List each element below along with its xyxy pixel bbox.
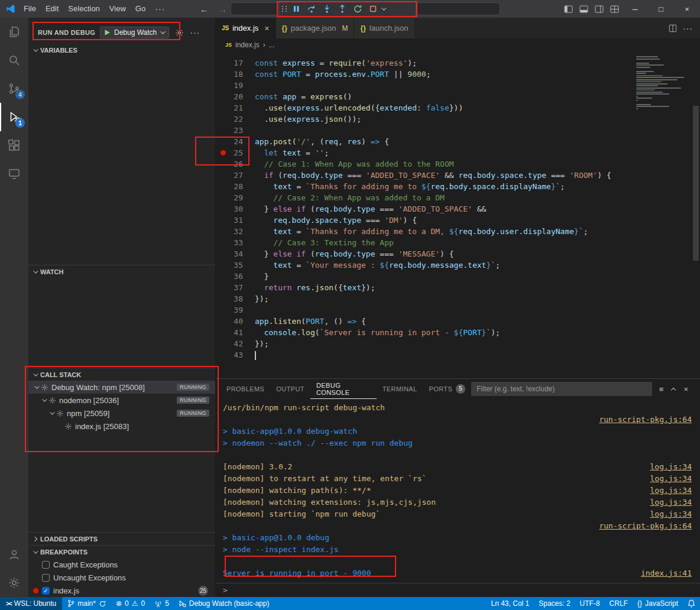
pause-button[interactable] <box>289 2 303 15</box>
gutter[interactable]: 28 <box>216 182 255 191</box>
language-status[interactable]: {} JavaScript <box>633 597 683 610</box>
breakpoint-row[interactable]: ✓index.js25 <box>28 584 215 597</box>
maximize-button[interactable]: □ <box>648 0 674 18</box>
activity-extensions[interactable] <box>0 131 28 160</box>
gutter[interactable]: 17 <box>216 59 255 67</box>
code-text[interactable]: text = `Thanks for adding me to ${req.bo… <box>255 182 565 191</box>
restart-button[interactable] <box>351 2 365 15</box>
encoding-status[interactable]: UTF-8 <box>575 597 605 610</box>
code-text[interactable]: }); <box>255 294 268 303</box>
gutter[interactable]: 29 <box>216 193 255 202</box>
gutter[interactable]: 34 <box>216 249 255 258</box>
toggle-panel-icon[interactable] <box>576 0 591 18</box>
notifications-bell[interactable] <box>683 597 700 610</box>
gutter[interactable]: 20 <box>216 92 255 101</box>
eol-status[interactable]: CRLF <box>605 597 633 610</box>
panel-tab-output[interactable]: OUTPUT <box>270 379 310 399</box>
gutter[interactable]: 33 <box>216 238 255 247</box>
variables-section-header[interactable]: VARIABLES <box>28 44 215 57</box>
breakpoint-row[interactable]: Uncaught Exceptions <box>28 571 215 584</box>
code-text[interactable]: const PORT = process.env.PORT || 9000; <box>255 70 430 79</box>
remote-indicator[interactable]: >< WSL: Ubuntu <box>0 597 62 610</box>
more-actions-icon[interactable]: ··· <box>190 28 200 37</box>
source-link[interactable]: log.js:34 <box>650 462 692 471</box>
gutter[interactable]: 40 <box>216 317 255 326</box>
gutter[interactable]: 31 <box>216 216 255 225</box>
gutter[interactable]: 21 <box>216 103 255 112</box>
activity-source-control[interactable]: 4 <box>0 74 28 103</box>
editor-scrollbar[interactable] <box>693 106 699 261</box>
code-text[interactable]: // Case 1: When App was added to the ROO… <box>255 160 454 168</box>
code-text[interactable]: text = `Your message : ${req.body.messag… <box>255 261 500 270</box>
bre3adcrumb-more[interactable]: ... <box>269 41 275 49</box>
activity-search[interactable] <box>0 46 28 74</box>
close-panel-icon[interactable]: × <box>683 385 688 394</box>
code-text[interactable]: text = `Thanks for adding me to a DM, ${… <box>255 227 588 236</box>
code-text[interactable]: .use(express.json()); <box>255 115 361 124</box>
code-text[interactable]: // Case 2: When App was added to a DM <box>255 193 445 202</box>
panel-tab-ports[interactable]: PORTS5 <box>423 379 472 399</box>
code-text[interactable] <box>255 351 256 360</box>
editor-tab-launch.json[interactable]: {}launch.json <box>354 18 414 38</box>
code-text[interactable]: let text = ''; <box>255 148 329 157</box>
gutter[interactable]: 43 <box>216 351 255 359</box>
debug-session-status[interactable]: Debug Watch (basic-app) <box>174 597 274 610</box>
problems-status[interactable]: ⊗ 0 ⚠ 0 <box>111 597 150 610</box>
toggle-sidebar-icon[interactable] <box>560 0 576 18</box>
gutter[interactable]: 36 <box>216 272 255 281</box>
gutter[interactable]: 22 <box>216 115 255 124</box>
breakpoints-section-header[interactable]: BREAKPOINTS <box>28 545 215 558</box>
code-text[interactable]: const app = express() <box>255 92 352 101</box>
close-tab-icon[interactable]: × <box>264 24 269 33</box>
panel-tab-problems[interactable]: PROBLEMS <box>221 379 270 399</box>
drag-handle-icon[interactable] <box>282 6 287 12</box>
call-stack-session[interactable]: index.js [25083] <box>28 420 215 433</box>
gutter[interactable]: 23 <box>216 126 255 135</box>
code-text[interactable]: if (req.body.type === 'ADDED_TO_SPACE' &… <box>255 171 611 180</box>
settings-gear-icon[interactable] <box>0 569 28 597</box>
gutter[interactable]: 38 <box>216 294 255 303</box>
minimap[interactable] <box>636 56 691 111</box>
step-out-button[interactable] <box>335 2 349 15</box>
gutter[interactable]: 30 <box>216 205 255 213</box>
loaded-scripts-section-header[interactable]: LOADED SCRIPTS <box>28 532 215 545</box>
editor-tab-index.js[interactable]: JSindex.js× <box>216 18 276 38</box>
checkbox[interactable]: ✓ <box>42 587 50 595</box>
minimize-button[interactable]: ─ <box>622 0 648 18</box>
stop-dropdown-chevron-icon[interactable] <box>381 5 386 10</box>
menu-edit[interactable]: Edit <box>41 1 63 17</box>
checkbox[interactable] <box>42 561 50 569</box>
code-text[interactable]: } else if (req.body.type === 'ADDED_TO_S… <box>255 205 486 213</box>
step-over-button[interactable] <box>304 2 319 15</box>
activity-remote-explorer[interactable] <box>0 160 28 188</box>
code-text[interactable]: }); <box>255 339 268 348</box>
source-link[interactable]: run-script-pkg.js:64 <box>599 521 692 530</box>
gutter[interactable]: 19 <box>216 81 255 90</box>
source-link[interactable]: log.js:34 <box>650 510 692 518</box>
ports-status[interactable]: 5 <box>150 597 174 610</box>
code-text[interactable]: return res.json({text}); <box>255 283 375 292</box>
close-button[interactable]: × <box>674 0 700 18</box>
breakpoint-dot[interactable] <box>221 150 226 155</box>
indentation-status[interactable]: Spaces: 2 <box>534 597 575 610</box>
code-text[interactable]: } else if (req.body.type === 'MESSAGE') … <box>255 249 454 258</box>
editor-more-actions-icon[interactable]: ··· <box>683 24 693 33</box>
menu-go[interactable]: Go <box>131 1 150 17</box>
code-text[interactable]: } <box>255 272 268 281</box>
gutter[interactable]: 24 <box>216 137 255 146</box>
back-arrow-icon[interactable]: ← <box>200 4 209 14</box>
code-text[interactable]: // Case 3: Texting the App <box>255 238 394 247</box>
watch-section-header[interactable]: WATCH <box>28 265 215 278</box>
branch-status[interactable]: main* <box>62 597 111 610</box>
filter-list-icon[interactable]: ≡ <box>659 385 664 394</box>
gutter[interactable]: 39 <box>216 306 255 314</box>
code-text[interactable]: app.listen(PORT, () => { <box>255 317 366 326</box>
editor-tab-package.json[interactable]: {}package.jsonM <box>276 18 355 38</box>
gutter[interactable]: 37 <box>216 283 255 292</box>
menu-file[interactable]: File <box>19 1 41 17</box>
panel-tab-terminal[interactable]: TERMINAL <box>377 379 423 399</box>
gutter[interactable]: 18 <box>216 70 255 79</box>
activity-run-and-debug[interactable]: 1 <box>0 103 28 131</box>
breadcrumb[interactable]: JS index.js › ... <box>216 38 700 51</box>
gutter[interactable]: 41 <box>216 328 255 337</box>
